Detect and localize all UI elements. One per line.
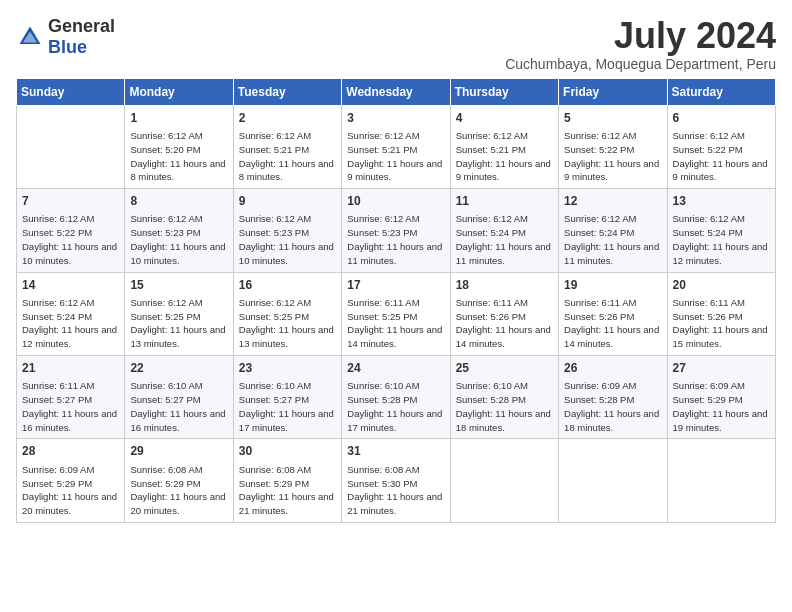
day-number: 15: [130, 277, 227, 294]
cell-info: Sunrise: 6:12 AMSunset: 5:21 PMDaylight:…: [456, 129, 553, 184]
day-header-wednesday: Wednesday: [342, 78, 450, 105]
calendar-cell: 26Sunrise: 6:09 AMSunset: 5:28 PMDayligh…: [559, 355, 667, 438]
cell-info: Sunrise: 6:12 AMSunset: 5:25 PMDaylight:…: [239, 296, 336, 351]
day-number: 12: [564, 193, 661, 210]
calendar-table: SundayMondayTuesdayWednesdayThursdayFrid…: [16, 78, 776, 523]
day-number: 25: [456, 360, 553, 377]
day-number: 26: [564, 360, 661, 377]
calendar-cell: 25Sunrise: 6:10 AMSunset: 5:28 PMDayligh…: [450, 355, 558, 438]
cell-info: Sunrise: 6:12 AMSunset: 5:22 PMDaylight:…: [22, 212, 119, 267]
cell-info: Sunrise: 6:12 AMSunset: 5:25 PMDaylight:…: [130, 296, 227, 351]
week-row-3: 14Sunrise: 6:12 AMSunset: 5:24 PMDayligh…: [17, 272, 776, 355]
cell-info: Sunrise: 6:11 AMSunset: 5:26 PMDaylight:…: [456, 296, 553, 351]
calendar-cell: 3Sunrise: 6:12 AMSunset: 5:21 PMDaylight…: [342, 105, 450, 188]
cell-info: Sunrise: 6:09 AMSunset: 5:28 PMDaylight:…: [564, 379, 661, 434]
calendar-cell: 27Sunrise: 6:09 AMSunset: 5:29 PMDayligh…: [667, 355, 775, 438]
cell-info: Sunrise: 6:12 AMSunset: 5:24 PMDaylight:…: [673, 212, 770, 267]
day-number: 4: [456, 110, 553, 127]
cell-info: Sunrise: 6:12 AMSunset: 5:21 PMDaylight:…: [239, 129, 336, 184]
calendar-cell: 13Sunrise: 6:12 AMSunset: 5:24 PMDayligh…: [667, 189, 775, 272]
day-number: 20: [673, 277, 770, 294]
calendar-cell: 24Sunrise: 6:10 AMSunset: 5:28 PMDayligh…: [342, 355, 450, 438]
cell-info: Sunrise: 6:10 AMSunset: 5:27 PMDaylight:…: [239, 379, 336, 434]
cell-info: Sunrise: 6:12 AMSunset: 5:24 PMDaylight:…: [22, 296, 119, 351]
calendar-cell: 2Sunrise: 6:12 AMSunset: 5:21 PMDaylight…: [233, 105, 341, 188]
day-header-saturday: Saturday: [667, 78, 775, 105]
calendar-cell: 8Sunrise: 6:12 AMSunset: 5:23 PMDaylight…: [125, 189, 233, 272]
cell-info: Sunrise: 6:08 AMSunset: 5:29 PMDaylight:…: [239, 463, 336, 518]
calendar-cell: 19Sunrise: 6:11 AMSunset: 5:26 PMDayligh…: [559, 272, 667, 355]
day-number: 14: [22, 277, 119, 294]
cell-info: Sunrise: 6:08 AMSunset: 5:29 PMDaylight:…: [130, 463, 227, 518]
day-number: 22: [130, 360, 227, 377]
logo-text: General Blue: [48, 16, 115, 58]
calendar-cell: 21Sunrise: 6:11 AMSunset: 5:27 PMDayligh…: [17, 355, 125, 438]
calendar-cell: 20Sunrise: 6:11 AMSunset: 5:26 PMDayligh…: [667, 272, 775, 355]
day-number: 8: [130, 193, 227, 210]
day-header-sunday: Sunday: [17, 78, 125, 105]
week-row-2: 7Sunrise: 6:12 AMSunset: 5:22 PMDaylight…: [17, 189, 776, 272]
day-number: 30: [239, 443, 336, 460]
day-number: 9: [239, 193, 336, 210]
calendar-cell: [559, 439, 667, 522]
calendar-cell: 6Sunrise: 6:12 AMSunset: 5:22 PMDaylight…: [667, 105, 775, 188]
calendar-cell: 29Sunrise: 6:08 AMSunset: 5:29 PMDayligh…: [125, 439, 233, 522]
day-number: 16: [239, 277, 336, 294]
calendar-cell: 30Sunrise: 6:08 AMSunset: 5:29 PMDayligh…: [233, 439, 341, 522]
day-number: 1: [130, 110, 227, 127]
week-row-1: 1Sunrise: 6:12 AMSunset: 5:20 PMDaylight…: [17, 105, 776, 188]
calendar-cell: 31Sunrise: 6:08 AMSunset: 5:30 PMDayligh…: [342, 439, 450, 522]
day-number: 31: [347, 443, 444, 460]
calendar-cell: 15Sunrise: 6:12 AMSunset: 5:25 PMDayligh…: [125, 272, 233, 355]
calendar-header-row: SundayMondayTuesdayWednesdayThursdayFrid…: [17, 78, 776, 105]
day-header-tuesday: Tuesday: [233, 78, 341, 105]
day-number: 5: [564, 110, 661, 127]
day-number: 11: [456, 193, 553, 210]
cell-info: Sunrise: 6:12 AMSunset: 5:23 PMDaylight:…: [239, 212, 336, 267]
calendar-cell: 7Sunrise: 6:12 AMSunset: 5:22 PMDaylight…: [17, 189, 125, 272]
day-number: 23: [239, 360, 336, 377]
calendar-cell: 18Sunrise: 6:11 AMSunset: 5:26 PMDayligh…: [450, 272, 558, 355]
day-number: 7: [22, 193, 119, 210]
calendar-cell: 17Sunrise: 6:11 AMSunset: 5:25 PMDayligh…: [342, 272, 450, 355]
calendar-cell: 11Sunrise: 6:12 AMSunset: 5:24 PMDayligh…: [450, 189, 558, 272]
logo: General Blue: [16, 16, 115, 58]
calendar-cell: 10Sunrise: 6:12 AMSunset: 5:23 PMDayligh…: [342, 189, 450, 272]
cell-info: Sunrise: 6:08 AMSunset: 5:30 PMDaylight:…: [347, 463, 444, 518]
cell-info: Sunrise: 6:10 AMSunset: 5:27 PMDaylight:…: [130, 379, 227, 434]
cell-info: Sunrise: 6:10 AMSunset: 5:28 PMDaylight:…: [347, 379, 444, 434]
calendar-cell: 5Sunrise: 6:12 AMSunset: 5:22 PMDaylight…: [559, 105, 667, 188]
cell-info: Sunrise: 6:12 AMSunset: 5:24 PMDaylight:…: [456, 212, 553, 267]
day-number: 21: [22, 360, 119, 377]
day-number: 29: [130, 443, 227, 460]
cell-info: Sunrise: 6:12 AMSunset: 5:23 PMDaylight:…: [347, 212, 444, 267]
calendar-cell: 16Sunrise: 6:12 AMSunset: 5:25 PMDayligh…: [233, 272, 341, 355]
calendar-cell: 28Sunrise: 6:09 AMSunset: 5:29 PMDayligh…: [17, 439, 125, 522]
calendar-cell: [450, 439, 558, 522]
calendar-cell: 23Sunrise: 6:10 AMSunset: 5:27 PMDayligh…: [233, 355, 341, 438]
logo-icon: [16, 23, 44, 51]
calendar-cell: 4Sunrise: 6:12 AMSunset: 5:21 PMDaylight…: [450, 105, 558, 188]
page-header: General Blue July 2024 Cuchumbaya, Moque…: [16, 16, 776, 72]
day-header-friday: Friday: [559, 78, 667, 105]
day-header-monday: Monday: [125, 78, 233, 105]
cell-info: Sunrise: 6:12 AMSunset: 5:21 PMDaylight:…: [347, 129, 444, 184]
week-row-5: 28Sunrise: 6:09 AMSunset: 5:29 PMDayligh…: [17, 439, 776, 522]
cell-info: Sunrise: 6:11 AMSunset: 5:26 PMDaylight:…: [564, 296, 661, 351]
cell-info: Sunrise: 6:12 AMSunset: 5:22 PMDaylight:…: [673, 129, 770, 184]
cell-info: Sunrise: 6:11 AMSunset: 5:27 PMDaylight:…: [22, 379, 119, 434]
cell-info: Sunrise: 6:12 AMSunset: 5:22 PMDaylight:…: [564, 129, 661, 184]
month-year-title: July 2024: [505, 16, 776, 56]
calendar-cell: [17, 105, 125, 188]
day-number: 3: [347, 110, 444, 127]
calendar-cell: 14Sunrise: 6:12 AMSunset: 5:24 PMDayligh…: [17, 272, 125, 355]
cell-info: Sunrise: 6:09 AMSunset: 5:29 PMDaylight:…: [22, 463, 119, 518]
calendar-cell: 1Sunrise: 6:12 AMSunset: 5:20 PMDaylight…: [125, 105, 233, 188]
calendar-cell: 9Sunrise: 6:12 AMSunset: 5:23 PMDaylight…: [233, 189, 341, 272]
day-header-thursday: Thursday: [450, 78, 558, 105]
cell-info: Sunrise: 6:10 AMSunset: 5:28 PMDaylight:…: [456, 379, 553, 434]
day-number: 28: [22, 443, 119, 460]
week-row-4: 21Sunrise: 6:11 AMSunset: 5:27 PMDayligh…: [17, 355, 776, 438]
calendar-cell: [667, 439, 775, 522]
cell-info: Sunrise: 6:12 AMSunset: 5:20 PMDaylight:…: [130, 129, 227, 184]
